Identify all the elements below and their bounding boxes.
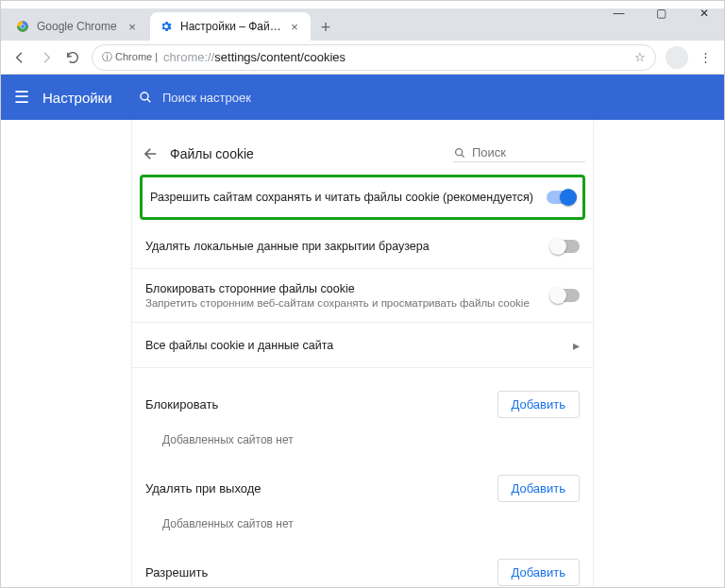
add-clear-button[interactable]: Добавить	[497, 475, 580, 502]
toggle-label: Удалять локальные данные при закрытии бр…	[145, 240, 551, 253]
menu-button[interactable]: ⋮	[692, 44, 718, 71]
tab-settings-cookies[interactable]: Настройки – Файлы cookie ×	[150, 12, 311, 41]
chevron-right-icon: ▸	[573, 338, 580, 353]
section-title: Блокировать	[145, 397, 218, 412]
new-tab-button[interactable]: +	[312, 14, 339, 41]
reload-button[interactable]	[59, 44, 86, 71]
row-label: Все файлы cookie и данные сайта	[145, 339, 573, 352]
gear-icon	[160, 20, 173, 33]
toolbar: ⓘ Chrome | chrome://settings/content/coo…	[1, 41, 724, 75]
panel-search-placeholder: Поиск	[472, 145, 506, 160]
tab-title: Настройки – Файлы cookie	[180, 20, 282, 33]
svg-point-6	[141, 92, 148, 100]
settings-header: ☰ Настройки	[1, 75, 724, 120]
toggle-switch[interactable]	[551, 240, 580, 253]
add-block-button[interactable]: Добавить	[497, 391, 580, 418]
svg-point-5	[21, 25, 25, 28]
tab-google-chrome[interactable]: Google Chrome ×	[7, 12, 148, 41]
settings-search-input[interactable]	[162, 91, 351, 105]
toggle-label: Разрешить сайтам сохранять и читать файл…	[150, 191, 547, 204]
secure-chip: ⓘ Chrome |	[102, 50, 158, 64]
panel-back-button[interactable]	[136, 139, 166, 169]
omnibox[interactable]: ⓘ Chrome | chrome://settings/content/coo…	[92, 44, 656, 71]
toggle-sublabel: Запретить сторонним веб-сайтам сохранять…	[145, 297, 551, 309]
toggle-switch[interactable]	[547, 191, 575, 204]
section-block: Блокировать Добавить	[132, 368, 593, 422]
url-path: settings/content/cookies	[214, 50, 346, 64]
forward-button[interactable]	[33, 44, 59, 71]
close-icon[interactable]: ×	[126, 20, 139, 33]
cookies-panel: Файлы cookie Поиск Разрешить сайтам сохр…	[131, 120, 594, 588]
settings-search[interactable]	[128, 90, 724, 105]
close-icon[interactable]: ×	[288, 20, 301, 33]
empty-block-list: Добавленных сайтов нет	[132, 422, 593, 452]
svg-point-7	[456, 148, 463, 155]
all-cookies-row[interactable]: Все файлы cookie и данные сайта ▸	[132, 323, 593, 368]
tab-title: Google Chrome	[37, 20, 120, 33]
empty-clear-list: Добавленных сайтов нет	[132, 506, 593, 536]
section-title: Разрешить	[145, 565, 208, 580]
add-allow-button[interactable]: Добавить	[497, 559, 580, 586]
panel-title: Файлы cookie	[170, 146, 453, 161]
section-allow: Разрешить Добавить	[132, 536, 593, 588]
profile-avatar[interactable]	[666, 46, 688, 69]
url-host: chrome://	[163, 50, 214, 64]
toggle-clear-on-exit[interactable]: Удалять локальные данные при закрытии бр…	[132, 224, 593, 269]
toggle-switch[interactable]	[551, 289, 580, 302]
hamburger-icon[interactable]: ☰	[14, 87, 29, 108]
window-minimize[interactable]: ―	[598, 0, 640, 26]
search-icon	[453, 146, 466, 160]
window-maximize[interactable]: ▢	[640, 0, 683, 26]
toggle-block-third-party[interactable]: Блокировать сторонние файлы cookie Запре…	[132, 269, 593, 323]
bookmark-star-icon[interactable]: ☆	[634, 50, 646, 64]
toggle-allow-cookies[interactable]: Разрешить сайтам сохранять и читать файл…	[140, 175, 585, 220]
back-button[interactable]	[7, 44, 33, 71]
search-icon	[138, 90, 153, 105]
toggle-label: Блокировать сторонние файлы cookie	[145, 282, 551, 295]
section-clear-on-exit: Удалять при выходе Добавить	[132, 452, 593, 506]
section-title: Удалять при выходе	[145, 481, 261, 496]
settings-title: Настройки	[42, 90, 112, 106]
chrome-favicon-icon	[16, 20, 29, 33]
window-close[interactable]: ✕	[683, 0, 725, 26]
panel-search[interactable]: Поиск	[453, 145, 585, 162]
